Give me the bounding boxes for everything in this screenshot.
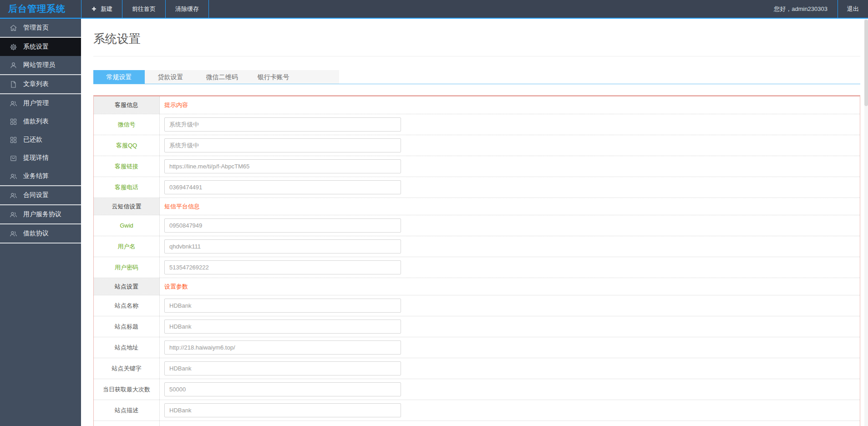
sidebar-item-label: 管理首页 <box>23 24 49 32</box>
field-input[interactable] <box>164 117 401 132</box>
sidebar-item[interactable]: 借款列表 <box>0 112 81 131</box>
document-icon <box>10 81 17 88</box>
title-divider <box>93 56 860 56</box>
app-logo: 后台管理系统 <box>0 0 81 18</box>
field-label: 站点地址 <box>94 337 160 358</box>
field-input[interactable] <box>164 239 401 254</box>
go-home-button[interactable]: 前往首页 <box>122 0 165 18</box>
sidebar-item[interactable]: 借款协议 <box>0 224 81 243</box>
field-label: 站点关键字 <box>94 358 160 379</box>
form-row-content <box>160 177 860 198</box>
form-row-content <box>160 421 860 426</box>
form-row-content <box>160 156 860 177</box>
field-label: 用户密码 <box>94 257 160 278</box>
sidebar-item[interactable]: 用户服务协议 <box>0 205 81 223</box>
field-input[interactable] <box>164 138 401 152</box>
sidebar-item-label: 合同设置 <box>23 191 49 199</box>
topbar-menu: 新建 前往首页 清除缓存 <box>81 0 209 18</box>
field-label: 站点描述 <box>94 400 160 421</box>
form-input-row: Gwid <box>94 215 860 236</box>
sidebar-group: 借款协议 <box>0 224 81 243</box>
sidebar: 管理首页系统设置网站管理员文章列表用户管理借款列表已还款提现详情业务结算合同设置… <box>0 19 81 426</box>
home-icon <box>10 24 17 32</box>
section-hint: 设置参数 <box>164 283 188 291</box>
users-icon <box>10 172 17 180</box>
sidebar-divider <box>0 243 81 243</box>
section-hint: 短信平台信息 <box>164 203 200 211</box>
form-row-content <box>160 316 860 337</box>
scrollbar-thumb[interactable] <box>864 20 868 106</box>
field-label: 站点标题 <box>94 316 160 337</box>
sidebar-item-label: 借款列表 <box>23 117 49 126</box>
field-label: 站点名称 <box>94 295 160 316</box>
field-label: 客服QQ <box>94 135 160 156</box>
tab-item[interactable]: 微信二维码 <box>196 70 248 84</box>
users-icon <box>10 100 17 107</box>
sidebar-group: 文章列表 <box>0 75 81 93</box>
topbar: 后台管理系统 新建 前往首页 清除缓存 您好，admin230303 退出 <box>0 0 868 19</box>
gear-icon <box>10 43 17 51</box>
form-input-row: 客服QQ <box>94 135 860 156</box>
settings-form-table: 客服信息提示内容微信号客服QQ客服链接客服电话云短信设置短信平台信息Gwid用户… <box>93 95 860 426</box>
form-input-row: 站点关键字 <box>94 358 860 379</box>
sidebar-item[interactable]: 系统设置 <box>0 38 81 56</box>
form-row-content <box>160 236 860 257</box>
sidebar-group: 用户服务协议 <box>0 205 81 223</box>
form-row-content <box>160 379 860 400</box>
field-input[interactable] <box>164 260 401 274</box>
form-row-content <box>160 257 860 278</box>
logout-button[interactable]: 退出 <box>838 0 868 18</box>
sidebar-item-label: 业务结算 <box>23 172 49 180</box>
vertical-scrollbar[interactable] <box>864 19 868 426</box>
form-row-content <box>160 295 860 316</box>
sidebar-item-label: 提现详情 <box>23 154 49 162</box>
sidebar-item[interactable]: 文章列表 <box>0 75 81 93</box>
field-input[interactable] <box>164 159 401 173</box>
sidebar-item[interactable]: 已还款 <box>0 131 81 149</box>
sidebar-item-label: 用户管理 <box>23 99 49 107</box>
field-input[interactable] <box>164 180 401 194</box>
field-input[interactable] <box>164 320 401 334</box>
form-row-content: 提示内容 <box>160 96 860 114</box>
sidebar-item-label: 借款协议 <box>23 229 49 238</box>
field-label <box>94 421 160 426</box>
tab-item[interactable]: 银行卡账号 <box>248 70 299 84</box>
form-row-content <box>160 114 860 135</box>
sidebar-item[interactable]: 业务结算 <box>0 167 81 185</box>
section-hint: 提示内容 <box>164 101 188 109</box>
field-label: 用户名 <box>94 236 160 257</box>
field-input[interactable] <box>164 361 401 375</box>
form-input-row: 站点描述 <box>94 400 860 421</box>
tab-strip: 常规设置贷款设置微信二维码银行卡账号 <box>93 70 339 84</box>
field-label: 当日获取最大次数 <box>94 379 160 400</box>
form-input-row: 用户名 <box>94 236 860 257</box>
form-input-row: 站点地址 <box>94 337 860 358</box>
tab-item[interactable]: 常规设置 <box>93 70 145 84</box>
field-input[interactable] <box>164 403 401 417</box>
field-input[interactable] <box>164 382 401 396</box>
sidebar-item[interactable]: 合同设置 <box>0 186 81 204</box>
clear-cache-button[interactable]: 清除缓存 <box>165 0 209 18</box>
field-label: 微信号 <box>94 114 160 135</box>
form-row-content <box>160 337 860 358</box>
tab-item[interactable]: 贷款设置 <box>145 70 196 84</box>
form-input-row: 客服链接 <box>94 156 860 177</box>
page-title: 系统设置 <box>93 31 860 45</box>
greeting-text: 您好，admin230303 <box>764 0 838 18</box>
tab-bar: 常规设置贷款设置微信二维码银行卡账号 <box>93 70 860 84</box>
users-icon <box>10 230 17 238</box>
bag-icon <box>10 154 17 162</box>
sidebar-item[interactable]: 用户管理 <box>0 94 81 112</box>
sidebar-item[interactable]: 网站管理员 <box>0 56 81 74</box>
main-panel: 系统设置 常规设置贷款设置微信二维码银行卡账号 客服信息提示内容微信号客服QQ客… <box>81 19 868 426</box>
field-input[interactable] <box>164 299 401 313</box>
sidebar-item-label: 系统设置 <box>23 43 49 51</box>
field-label: 客服链接 <box>94 156 160 177</box>
sidebar-item[interactable]: 管理首页 <box>0 19 81 37</box>
field-input[interactable] <box>164 340 401 355</box>
field-input[interactable] <box>164 218 401 233</box>
section-label: 站点设置 <box>94 278 160 295</box>
sidebar-item[interactable]: 提现详情 <box>0 149 81 167</box>
users-icon <box>10 211 17 218</box>
new-button[interactable]: 新建 <box>81 0 122 18</box>
